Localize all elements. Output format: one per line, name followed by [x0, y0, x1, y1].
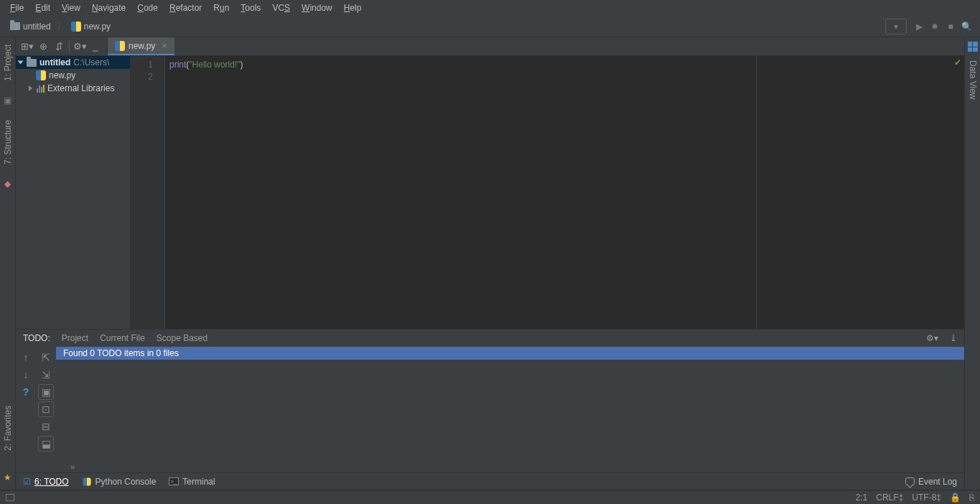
todo-tab-scope[interactable]: Scope Based	[157, 333, 207, 343]
menu-help[interactable]: Help	[338, 1, 368, 14]
todo-preview-button[interactable]: ⬓	[38, 436, 54, 452]
toolwindow-favorites[interactable]: 2: Favorites	[3, 406, 13, 451]
cursor-position[interactable]: 2:1	[856, 493, 868, 503]
code-area[interactable]: print("Hello world!")	[165, 56, 756, 329]
editor-gutter: 1 2	[131, 56, 165, 329]
toolwindow-python-console-label: Python Console	[95, 477, 157, 487]
tree-root-path: C:\Users\	[73, 57, 109, 67]
speech-bubble-icon	[905, 477, 915, 485]
editor-right-margin: ✓	[756, 56, 964, 329]
todo-tab-project[interactable]: Project	[62, 333, 88, 343]
line-separator[interactable]: CRLF‡	[876, 493, 903, 503]
project-view-combo[interactable]: ⊞▾	[20, 39, 34, 54]
settings-gear-button[interactable]: ⚙▾	[73, 39, 87, 54]
inspection-ok-icon[interactable]: ✓	[954, 57, 961, 67]
toolwindow-todo-label: 6: TODO	[34, 477, 69, 487]
event-log-label: Event Log	[918, 477, 957, 487]
close-tab-icon[interactable]: ×	[162, 40, 167, 51]
todo-help-button[interactable]: ?	[18, 384, 34, 400]
todo-expand-button[interactable]: ⇱	[38, 350, 54, 365]
todo-group-button[interactable]: ⊡	[38, 401, 54, 417]
left-tool-stripe: 1: Project ▣ 7: Structure ◆ 2: Favorites…	[0, 37, 16, 490]
menu-view[interactable]: View	[56, 1, 86, 14]
token-string: "Hello world!"	[189, 60, 240, 70]
menu-vcs[interactable]: VCS	[266, 1, 296, 14]
expand-icon[interactable]	[18, 61, 24, 65]
star-icon: ★	[4, 472, 11, 482]
hide-button[interactable]: ⎯	[88, 39, 103, 54]
menu-navigate[interactable]: Navigate	[86, 1, 131, 14]
menu-run[interactable]: Run	[207, 1, 235, 14]
todo-prev-button[interactable]: ↑	[18, 350, 34, 365]
lock-icon[interactable]: 🔒	[950, 493, 961, 503]
tree-file-new-py[interactable]: new.py	[16, 69, 130, 82]
context-icon[interactable]: ⎘	[969, 493, 974, 503]
file-encoding[interactable]: UTF-8‡	[912, 493, 941, 503]
data-view-icon[interactable]	[968, 42, 978, 52]
todo-autoscroll-button[interactable]: ▣	[38, 384, 54, 400]
run-config-combo[interactable]: ▾	[885, 19, 907, 34]
python-icon	[83, 477, 90, 485]
tree-ext-lib-label: External Libraries	[47, 83, 114, 93]
todo-tab-row: TODO: Project Current File Scope Based ⚙…	[16, 330, 964, 347]
run-button[interactable]: ▶	[911, 19, 927, 34]
toolwindow-python-console[interactable]: Python Console	[82, 477, 157, 487]
editor-tab-label: new.py	[129, 41, 155, 51]
debug-button[interactable]: ✸	[927, 19, 943, 34]
toolwindow-todo[interactable]: ☑ 6: TODO	[23, 477, 69, 487]
status-toggle-icon[interactable]	[6, 494, 14, 501]
locate-button[interactable]: ⊕	[36, 39, 50, 54]
toolwindow-terminal-label: Terminal	[182, 477, 215, 487]
editor-tab-row: ⊞▾ ⊕ ⇵ ⚙▾ ⎯ new.py ×	[16, 37, 964, 56]
todo-settings-gear[interactable]: ⚙▾	[926, 333, 938, 343]
todo-result-row[interactable]: Found 0 TODO items in 0 files	[56, 347, 964, 360]
toolwindow-structure[interactable]: 7: Structure	[3, 120, 13, 164]
menu-refactor[interactable]: Refactor	[164, 1, 207, 14]
todo-icon: ☑	[23, 477, 31, 487]
todo-hide-button[interactable]: ⥙	[950, 333, 957, 343]
tree-root[interactable]: untitled C:\Users\	[16, 56, 130, 69]
todo-next-button[interactable]: ↓	[18, 367, 34, 383]
main-area: 1: Project ▣ 7: Structure ◆ 2: Favorites…	[0, 37, 980, 490]
project-icon: ▣	[4, 95, 11, 106]
todo-collapse-button[interactable]: ⇲	[38, 367, 54, 383]
navigation-bar: untitled 〉 new.py ▾ ▶ ✸ ■ 🔍	[0, 16, 980, 37]
collapse-button[interactable]: ⇵	[52, 39, 66, 54]
toolbar-divider	[69, 41, 70, 52]
line-number: 2	[131, 71, 153, 83]
collapse-icon[interactable]	[29, 85, 32, 91]
folder-icon	[10, 22, 20, 30]
editor-wrap: untitled C:\Users\ new.py External Libra…	[16, 56, 964, 329]
token-builtin: print	[169, 60, 186, 70]
line-number: 1	[131, 59, 153, 71]
todo-more-indicator[interactable]: »	[56, 462, 964, 472]
toolwindow-project[interactable]: 1: Project	[3, 45, 13, 81]
search-everywhere-button[interactable]: 🔍	[958, 19, 974, 34]
python-file-icon	[36, 70, 46, 80]
menu-edit[interactable]: Edit	[29, 1, 56, 14]
breadcrumb-project[interactable]: untitled	[6, 20, 55, 33]
todo-modules-button[interactable]: ⊟	[38, 419, 54, 434]
breadcrumb-file[interactable]: new.py	[67, 20, 115, 33]
event-log-button[interactable]: Event Log	[905, 477, 957, 487]
center-column: ⊞▾ ⊕ ⇵ ⚙▾ ⎯ new.py × untitled C:\Users\	[16, 37, 964, 490]
menu-file[interactable]: File	[4, 1, 29, 14]
menu-tools[interactable]: Tools	[235, 1, 266, 14]
status-bar: 2:1 CRLF‡ UTF-8‡ 🔒 ⎘	[0, 490, 980, 504]
breadcrumb-file-label: new.py	[84, 22, 111, 32]
stop-button[interactable]: ■	[943, 19, 958, 34]
todo-tab-current-file[interactable]: Current File	[100, 333, 145, 343]
toolwindow-terminal[interactable]: >_ Terminal	[169, 477, 215, 487]
code-editor[interactable]: 1 2 print("Hello world!") ✓	[131, 56, 964, 329]
menu-code[interactable]: Code	[131, 1, 164, 14]
project-tree[interactable]: untitled C:\Users\ new.py External Libra…	[16, 56, 131, 329]
todo-body: ↑ ⇱ ↓ ⇲ ? ▣ ⊡	[16, 347, 964, 472]
library-icon	[37, 84, 45, 93]
menu-window[interactable]: Window	[296, 1, 338, 14]
breadcrumb-separator: 〉	[57, 20, 65, 32]
token-paren: )	[241, 60, 243, 70]
tree-external-libraries[interactable]: External Libraries	[16, 82, 130, 95]
toolwindow-data-view[interactable]: Data View	[968, 60, 978, 99]
editor-tab-new-py[interactable]: new.py ×	[108, 37, 174, 55]
structure-icon: ◆	[4, 179, 11, 189]
